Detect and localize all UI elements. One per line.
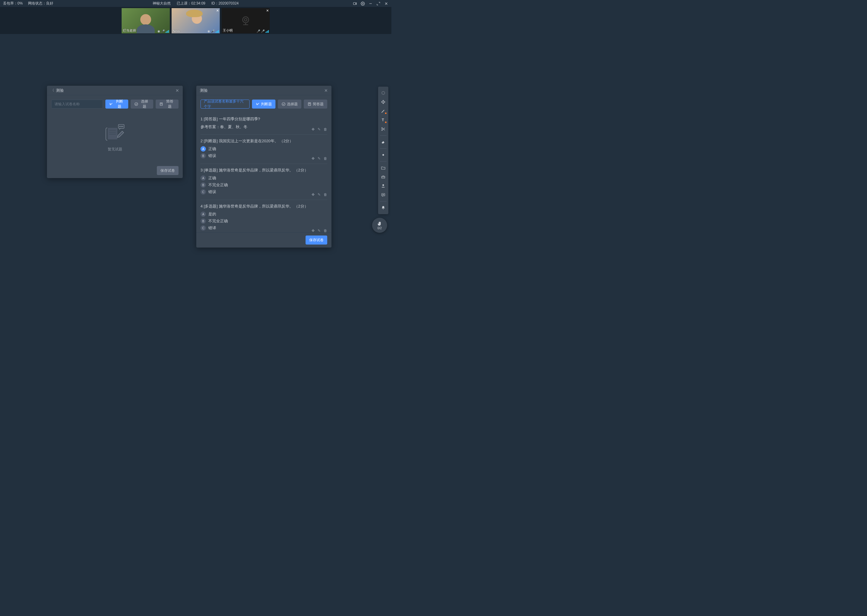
folder-tool-icon[interactable] bbox=[379, 164, 387, 172]
svg-point-6 bbox=[244, 19, 247, 21]
svg-point-30 bbox=[382, 184, 384, 186]
quiz-name-input[interactable]: 产品说试卷名称最多十六个字 bbox=[200, 99, 249, 108]
option-letter: C bbox=[200, 225, 206, 231]
move-icon[interactable]: ✥ bbox=[312, 229, 315, 232]
delete-icon[interactable]: 🗑 bbox=[324, 127, 327, 132]
quiz-name-input[interactable] bbox=[51, 99, 103, 108]
tile-name: 叮当老师 bbox=[123, 28, 136, 33]
edit-icon[interactable]: ✎ bbox=[318, 127, 321, 132]
option[interactable]: A正确 bbox=[200, 175, 327, 181]
question-actions: ✥✎🗑 bbox=[312, 156, 327, 160]
delete-icon[interactable]: 🗑 bbox=[324, 156, 327, 160]
color-tool-icon[interactable] bbox=[379, 151, 387, 159]
option[interactable]: C错译 bbox=[200, 225, 327, 231]
record-icon[interactable] bbox=[353, 2, 357, 6]
top-center: 神秘大自然 已上课：02:34:09 ID：2020070324 bbox=[153, 1, 238, 6]
tile-close-icon[interactable]: ✕ bbox=[216, 9, 219, 13]
cursor-tool-icon[interactable] bbox=[379, 89, 387, 97]
question: 4 [多选题] 施华洛世奇是反华品牌，所以梁鼎琪反华。 （2分）A是的B不完全正… bbox=[200, 200, 327, 232]
svg-point-18 bbox=[121, 126, 121, 127]
text-tool-icon[interactable]: T bbox=[379, 116, 387, 124]
quiz-panel-empty: 〈 测验 ✕ 判断题 选择题 简答题 bbox=[47, 86, 183, 178]
question-title: 3 [单选题] 施华洛世奇是反华品牌，所以梁鼎琪反华。 （2分） bbox=[200, 168, 327, 173]
quiz-toolbar: 产品说试卷名称最多十六个字 判断题 选择题 简答题 bbox=[200, 99, 327, 108]
top-right bbox=[353, 2, 388, 6]
option-letter: A bbox=[200, 175, 206, 181]
signal-icon bbox=[216, 30, 219, 33]
option[interactable]: A是的 bbox=[200, 211, 327, 217]
video-tile-student[interactable]: ✕ 王小明 🎤 🎤 bbox=[222, 8, 270, 33]
questions-list: 1 [简答题] 一年四季分别是哪四季?参考答案：春、夏、秋、冬✥✎🗑2 [判断题… bbox=[200, 113, 327, 232]
signal-icon bbox=[265, 30, 269, 33]
move-icon[interactable]: ✥ bbox=[312, 193, 315, 197]
video-strip: 叮当老师 ◉ 🎤 ✕ Nina ◉ 🎤 ✕ 王小明 🎤 🎤 bbox=[0, 7, 391, 34]
option[interactable]: B错误 bbox=[200, 153, 327, 159]
option[interactable]: B不完全正确 bbox=[200, 218, 327, 224]
svg-point-32 bbox=[382, 195, 383, 195]
panel-footer: 保存试卷 bbox=[196, 232, 331, 248]
tf-button[interactable]: 判断题 bbox=[252, 99, 276, 108]
maximize-icon[interactable] bbox=[376, 2, 380, 6]
svg-rect-0 bbox=[353, 2, 356, 5]
question-title: 4 [多选题] 施华洛世奇是反华品牌，所以梁鼎琪反华。 （2分） bbox=[200, 204, 327, 209]
close-icon[interactable]: ✕ bbox=[175, 88, 179, 93]
right-toolbar: T bbox=[378, 86, 388, 214]
quiz-panel-editor: 测验 ✕ 产品说试卷名称最多十六个字 判断题 选择题 简答题 1 [简答题] 一… bbox=[196, 86, 331, 248]
bell-tool-icon[interactable] bbox=[379, 204, 387, 212]
question-actions: ✥✎🗑 bbox=[312, 193, 327, 197]
choice-button[interactable]: 选择题 bbox=[278, 99, 301, 108]
chat-tool-icon[interactable] bbox=[379, 191, 387, 199]
svg-point-8 bbox=[134, 102, 137, 105]
eraser-tool-icon[interactable] bbox=[379, 138, 387, 146]
tf-button[interactable]: 判断题 bbox=[106, 99, 128, 108]
question-title: 2 [判断题] 我国宪法上一次更新是在2020年。 （2分） bbox=[200, 138, 327, 144]
move-icon[interactable]: ✥ bbox=[312, 127, 315, 132]
scissors-tool-icon[interactable] bbox=[379, 125, 387, 133]
gear-icon[interactable] bbox=[361, 2, 365, 6]
delete-icon[interactable]: 🗑 bbox=[324, 193, 327, 197]
close-icon[interactable] bbox=[384, 2, 388, 6]
raise-hand-button[interactable]: 0/2 bbox=[372, 218, 387, 233]
edit-icon[interactable]: ✎ bbox=[318, 193, 321, 197]
video-tile-teacher[interactable]: 叮当老师 ◉ 🎤 bbox=[121, 8, 170, 33]
option-letter: B bbox=[200, 153, 206, 159]
tile-close-icon[interactable]: ✕ bbox=[266, 9, 269, 13]
option-letter: B bbox=[200, 218, 206, 224]
option-text: 不完全正确 bbox=[208, 182, 228, 188]
svg-point-33 bbox=[383, 195, 383, 195]
tile-name: 王小明 bbox=[223, 28, 233, 33]
option[interactable]: C错误 bbox=[200, 189, 327, 195]
panel-body: 判断题 选择题 简答题 暂无试题 bbox=[47, 95, 183, 163]
close-icon[interactable]: ✕ bbox=[324, 88, 328, 93]
panel-title: 测验 bbox=[200, 88, 208, 93]
option[interactable]: B不完全正确 bbox=[200, 182, 327, 188]
packet-loss: 丢包率：0% bbox=[3, 1, 22, 6]
save-quiz-button[interactable]: 保存试卷 bbox=[306, 236, 327, 245]
question: 3 [单选题] 施华洛世奇是反华品牌，所以梁鼎琪反华。 （2分）A正确B不完全正… bbox=[200, 164, 327, 200]
video-tile-student[interactable]: ✕ Nina ◉ 🎤 bbox=[172, 8, 220, 33]
panel-header: 测验 ✕ bbox=[196, 86, 331, 95]
panel-title: 测验 bbox=[56, 88, 64, 93]
edit-icon[interactable]: ✎ bbox=[318, 156, 321, 160]
choice-button[interactable]: 选择题 bbox=[131, 99, 153, 108]
delete-icon[interactable]: 🗑 bbox=[324, 229, 327, 232]
network-status: 网络状态：良好 bbox=[28, 1, 53, 6]
minimize-icon[interactable] bbox=[369, 2, 373, 6]
back-icon[interactable]: 〈 bbox=[50, 88, 54, 93]
mic-icon: 🎤 bbox=[211, 30, 214, 33]
option[interactable]: A正确 bbox=[200, 146, 327, 152]
svg-point-17 bbox=[119, 126, 120, 127]
user-tool-icon[interactable] bbox=[379, 182, 387, 190]
question-actions: ✥✎🗑 bbox=[312, 127, 327, 132]
move-tool-icon[interactable] bbox=[379, 98, 387, 106]
save-quiz-button[interactable]: 保存试卷 bbox=[157, 166, 178, 175]
move-icon[interactable]: ✥ bbox=[312, 156, 315, 160]
reference-answer: 参考答案：春、夏、秋、冬 bbox=[200, 124, 327, 130]
short-answer-button[interactable]: 简答题 bbox=[304, 99, 327, 108]
toolbox-icon[interactable] bbox=[379, 173, 387, 181]
svg-rect-12 bbox=[108, 128, 117, 139]
edit-icon[interactable]: ✎ bbox=[318, 229, 321, 232]
mic-icon: 🎤 bbox=[161, 30, 165, 33]
short-answer-button[interactable]: 简答题 bbox=[156, 99, 178, 108]
pen-tool-icon[interactable] bbox=[379, 107, 387, 115]
